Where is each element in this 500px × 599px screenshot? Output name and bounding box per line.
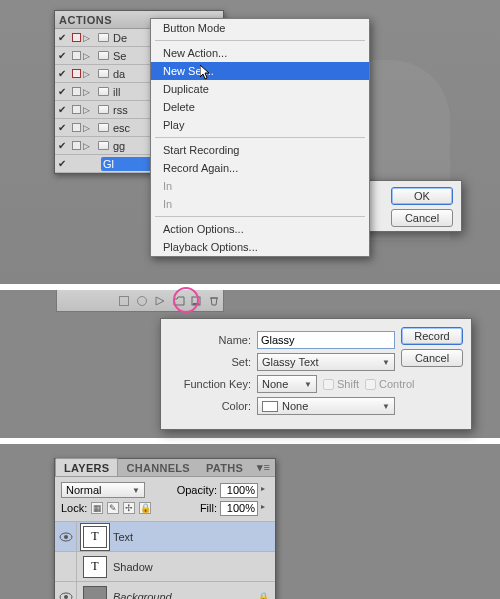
- function-key-label: Function Key:: [167, 378, 257, 390]
- row-dialog-toggle[interactable]: [69, 50, 83, 62]
- row-enabled-checkbox[interactable]: ✔: [55, 32, 69, 43]
- name-label: Name:: [167, 334, 257, 346]
- set-combo[interactable]: Glassy Text ▼: [257, 353, 395, 371]
- eye-icon: [59, 532, 73, 542]
- folder-icon: [95, 140, 111, 152]
- fill-input[interactable]: 100%: [220, 501, 258, 516]
- row-enabled-checkbox[interactable]: ✔: [55, 140, 69, 151]
- text-layer-thumbnail: T: [83, 556, 107, 578]
- blend-mode-combo[interactable]: Normal ▼: [61, 482, 145, 498]
- row-dialog-toggle[interactable]: [69, 122, 83, 134]
- disclosure-icon[interactable]: ▷: [83, 105, 95, 115]
- menu-playback-options[interactable]: Playback Options...: [151, 238, 369, 256]
- lock-position-icon[interactable]: ✢: [123, 502, 135, 514]
- lock-all-icon[interactable]: 🔒: [139, 502, 151, 514]
- chevron-down-icon: ▼: [382, 358, 390, 367]
- menu-new-action[interactable]: New Action...: [151, 44, 369, 62]
- opacity-slider-icon[interactable]: ▸: [261, 484, 269, 496]
- folder-icon: [95, 50, 111, 62]
- row-dialog-toggle[interactable]: [69, 32, 83, 44]
- folder-icon: [95, 122, 111, 134]
- cancel-button[interactable]: Cancel: [401, 349, 463, 367]
- menu-new-set[interactable]: New Set...: [151, 62, 369, 80]
- layer-row[interactable]: T Text: [55, 522, 275, 552]
- disclosure-icon[interactable]: ▷: [83, 33, 95, 43]
- fill-slider-icon[interactable]: ▸: [261, 502, 269, 514]
- layer-row[interactable]: T Shadow: [55, 552, 275, 582]
- menu-record-again[interactable]: Record Again...: [151, 159, 369, 177]
- menu-play[interactable]: Play: [151, 116, 369, 134]
- layer-name: Text: [113, 531, 133, 543]
- menu-start-recording[interactable]: Start Recording: [151, 141, 369, 159]
- row-enabled-checkbox[interactable]: ✔: [55, 158, 69, 169]
- disclosure-icon[interactable]: ▷: [83, 87, 95, 97]
- menu-insert-1: In: [151, 177, 369, 195]
- panel-tabs: LAYERS CHANNELS PATHS ▾≡: [55, 459, 275, 477]
- opacity-input[interactable]: 100%: [220, 483, 258, 498]
- folder-icon: [95, 104, 111, 116]
- menu-action-options[interactable]: Action Options...: [151, 220, 369, 238]
- color-swatch: [262, 401, 278, 412]
- tab-paths[interactable]: PATHS: [198, 459, 251, 476]
- row-enabled-checkbox[interactable]: ✔: [55, 50, 69, 61]
- chevron-down-icon: ▼: [304, 380, 312, 389]
- disclosure-icon[interactable]: ▷: [83, 123, 95, 133]
- layer-row[interactable]: Background 🔒: [55, 582, 275, 599]
- disclosure-icon[interactable]: ▷: [83, 51, 95, 61]
- disclosure-icon[interactable]: ▷: [83, 141, 95, 151]
- action-name-input[interactable]: [257, 331, 395, 349]
- shift-checkbox[interactable]: Shift: [323, 378, 359, 390]
- row-dialog-toggle[interactable]: [69, 104, 83, 116]
- menu-duplicate[interactable]: Duplicate: [151, 80, 369, 98]
- disclosure-icon[interactable]: ▷: [83, 69, 95, 79]
- lock-pixels-icon[interactable]: ✎: [107, 502, 119, 514]
- cancel-button[interactable]: Cancel: [391, 209, 453, 227]
- folder-icon: [95, 68, 111, 80]
- trash-icon[interactable]: [209, 296, 219, 306]
- new-action-dialog: Name: Set: Glassy Text ▼ Function Key: N…: [160, 318, 472, 430]
- actions-panel-title: ACTIONS: [59, 14, 112, 26]
- visibility-toggle[interactable]: [55, 522, 77, 551]
- row-dialog-toggle[interactable]: [69, 140, 83, 152]
- menu-delete[interactable]: Delete: [151, 98, 369, 116]
- ok-button[interactable]: OK: [391, 187, 453, 205]
- stop-icon[interactable]: [119, 296, 129, 306]
- function-key-combo[interactable]: None ▼: [257, 375, 317, 393]
- color-combo[interactable]: None ▼: [257, 397, 395, 415]
- svg-point-3: [64, 535, 68, 539]
- actions-panel-footer: [56, 290, 224, 312]
- play-icon[interactable]: [155, 296, 165, 306]
- folder-icon: [95, 32, 111, 44]
- new-action-icon[interactable]: [191, 296, 201, 306]
- lock-icon: 🔒: [258, 592, 269, 600]
- row-enabled-checkbox[interactable]: ✔: [55, 104, 69, 115]
- row-enabled-checkbox[interactable]: ✔: [55, 122, 69, 133]
- disclosure-open-icon[interactable]: ▽: [83, 159, 101, 169]
- fill-label: Fill:: [200, 502, 217, 514]
- panel-menu-icon[interactable]: ▾≡: [251, 459, 276, 476]
- row-dialog-toggle[interactable]: [69, 86, 83, 98]
- opacity-label: Opacity:: [177, 484, 217, 496]
- row-enabled-checkbox[interactable]: ✔: [55, 68, 69, 79]
- visibility-toggle[interactable]: [55, 582, 77, 599]
- record-button[interactable]: Record: [401, 327, 463, 345]
- new-set-icon[interactable]: [173, 296, 183, 306]
- set-label: Set:: [167, 356, 257, 368]
- menu-insert-2: In: [151, 195, 369, 213]
- visibility-toggle[interactable]: [55, 552, 77, 581]
- control-checkbox[interactable]: Control: [365, 378, 414, 390]
- row-enabled-checkbox[interactable]: ✔: [55, 86, 69, 97]
- record-icon[interactable]: [137, 296, 147, 306]
- color-label: Color:: [167, 400, 257, 412]
- text-layer-thumbnail: T: [83, 526, 107, 548]
- layers-panel: LAYERS CHANNELS PATHS ▾≡ Normal ▼ Opacit…: [54, 458, 276, 599]
- menu-button-mode[interactable]: Button Mode: [151, 19, 369, 37]
- row-dialog-toggle[interactable]: [69, 68, 83, 80]
- tab-channels[interactable]: CHANNELS: [118, 459, 198, 476]
- lock-transparency-icon[interactable]: ▦: [91, 502, 103, 514]
- svg-rect-1: [193, 303, 199, 305]
- layer-thumbnail: [83, 586, 107, 600]
- actions-context-menu: Button Mode New Action... New Set... Dup…: [150, 18, 370, 257]
- tab-layers[interactable]: LAYERS: [55, 458, 118, 476]
- chevron-down-icon: ▼: [382, 402, 390, 411]
